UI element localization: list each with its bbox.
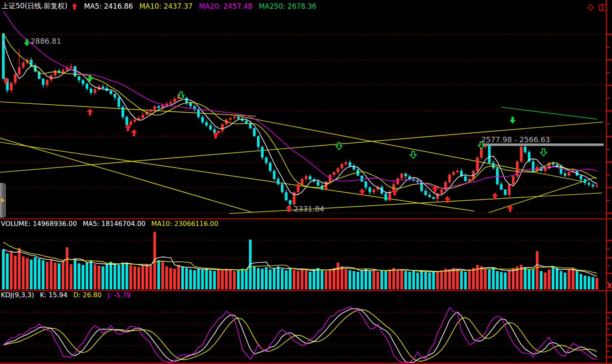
ma5-readout: MA5: 2416.86 [84, 2, 133, 10]
volume-pane-close-button[interactable]: X [607, 283, 612, 289]
chart-canvas[interactable] [0, 0, 612, 364]
kdj-pane-header: KDJ(9,3,3) K: 15.94 D: 26.80 J: -5.79 [1, 291, 134, 299]
kdj-indicator-label: KDJ(9,3,3) [1, 291, 34, 299]
ma250-readout: MA250: 2678.36 [259, 2, 316, 10]
annotation-range-price: 2577.98 - 2566.63 [481, 135, 550, 144]
ma20-readout: MA20: 2457.48 [199, 2, 252, 10]
red-up-arrow-icon [71, 2, 78, 10]
volume-readout: VOLUME: 14968936.00 [1, 220, 77, 228]
diamond-icon[interactable] [586, 3, 595, 13]
ma10-readout: MA10: 2437.37 [139, 2, 193, 10]
window-controls [584, 3, 608, 13]
kdj-j-readout: J: -5.79 [107, 291, 131, 299]
volume-ma10-readout: MA10: 23066116.00 [151, 220, 218, 228]
left-panel-expand-tab[interactable] [0, 183, 6, 218]
annotation-trough-price: 2331.84 [294, 204, 324, 213]
volume-pane-header: VOLUME: 14968936.00 MA5: 18146704.00 MA1… [1, 220, 222, 228]
kdj-k-readout: K: 15.94 [40, 291, 68, 299]
main-chart-header: 上证50(日线.前复权) MA5: 2416.86 MA10: 2437.37 … [2, 1, 320, 11]
instrument-title: 上证50(日线.前复权) [2, 2, 67, 10]
split-window-icon[interactable] [598, 3, 608, 13]
kdj-d-readout: D: 26.80 [73, 291, 102, 299]
expand-right-arrow-icon [1, 198, 5, 203]
annotation-peak-price: 2886.81 [31, 37, 61, 45]
volume-ma5-readout: MA5: 18146704.00 [82, 220, 145, 228]
